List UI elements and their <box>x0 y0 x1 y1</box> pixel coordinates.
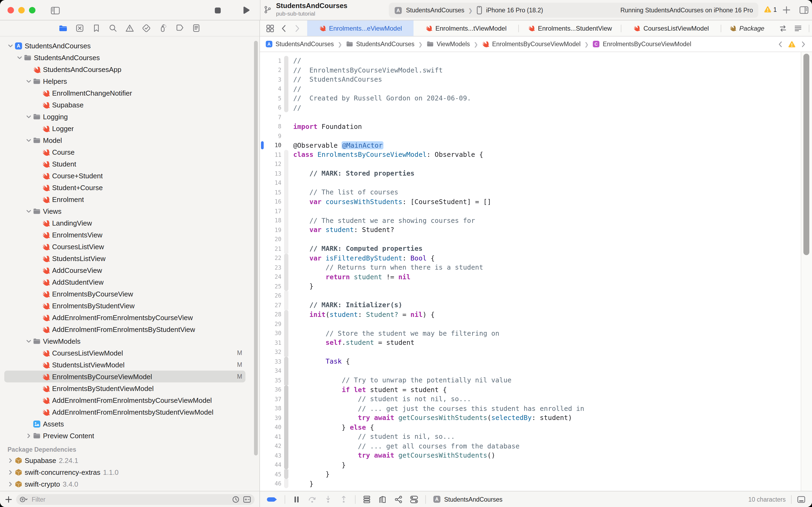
line-number[interactable]: 32 <box>260 349 281 355</box>
line-number[interactable]: 39 <box>260 415 281 421</box>
environment-overrides-button[interactable] <box>410 495 418 504</box>
code-line[interactable]: 13 // MARK: Stored properties <box>260 169 812 178</box>
line-number[interactable]: 11 <box>260 152 281 158</box>
package-row[interactable]: Supabase2.24.1 <box>4 454 245 466</box>
code-line[interactable]: 9 <box>260 131 812 140</box>
code-line[interactable]: 6// <box>260 103 812 112</box>
tree-row[interactable]: Course <box>4 146 245 158</box>
disclosure-right-icon[interactable] <box>6 469 14 475</box>
editor-options-icon[interactable] <box>794 24 802 33</box>
code-line[interactable]: 10@Observable @MainActor <box>260 140 812 150</box>
filter-input[interactable] <box>31 496 229 503</box>
tree-row[interactable]: Enrolment <box>4 193 245 205</box>
disclosure-down-icon[interactable] <box>25 338 33 344</box>
line-number[interactable]: 23 <box>260 264 281 271</box>
disclosure-down-icon[interactable] <box>25 137 33 143</box>
code-line[interactable]: 40 } else { <box>260 422 812 432</box>
tree-row[interactable]: CoursesListViewModelM <box>4 347 245 359</box>
code-line[interactable]: 31 self.student = student <box>260 338 812 347</box>
line-number[interactable]: 18 <box>260 217 281 224</box>
code-line[interactable]: 8import Foundation <box>260 122 812 131</box>
navigator-tab-debug-icon[interactable] <box>159 23 168 33</box>
line-number[interactable]: 15 <box>260 189 281 195</box>
tree-row[interactable]: StudentsAndCoursesApp <box>4 63 245 75</box>
code-line[interactable]: 28 init(student: Student? = nil) { <box>260 309 812 319</box>
line-number[interactable]: 1 <box>260 57 281 64</box>
minimize-window-button[interactable] <box>18 7 25 13</box>
step-into-button[interactable] <box>324 495 333 504</box>
pause-button[interactable] <box>292 495 301 504</box>
tree-row[interactable]: Course+Student <box>4 170 245 181</box>
disclosure-down-icon[interactable] <box>25 114 33 119</box>
code-line[interactable]: 46 } <box>260 479 812 488</box>
add-button[interactable] <box>782 5 791 14</box>
line-number[interactable]: 24 <box>260 274 281 280</box>
line-number[interactable]: 41 <box>260 434 281 440</box>
tree-row[interactable]: Student <box>4 158 245 170</box>
disclosure-down-icon[interactable] <box>25 78 33 84</box>
navigator-tab-folder-icon[interactable] <box>59 23 68 33</box>
step-out-button[interactable] <box>339 495 348 504</box>
code-line[interactable]: 36 if let student = student { <box>260 385 812 394</box>
run-button[interactable] <box>242 6 250 14</box>
code-line[interactable]: 44 } <box>260 460 812 469</box>
line-number[interactable]: 37 <box>260 396 281 402</box>
tree-row[interactable]: EnrolmentsByStudentViewModel <box>4 382 245 394</box>
code-line[interactable]: 3// StudentsAndCourses <box>260 75 812 84</box>
next-issue-icon[interactable] <box>800 41 807 48</box>
disclosure-right-icon[interactable] <box>25 433 33 439</box>
navigator-tab-issues-icon[interactable] <box>125 23 134 33</box>
line-number[interactable]: 44 <box>260 462 281 468</box>
line-number[interactable]: 40 <box>260 424 281 431</box>
breadcrumb-item[interactable]: StudentsAndCourses <box>346 40 414 48</box>
line-number[interactable]: 42 <box>260 443 281 449</box>
code-line[interactable]: 22 var isFilteredByStudent: Bool { <box>260 253 812 263</box>
line-number[interactable]: 9 <box>260 133 281 139</box>
code-line[interactable]: 33 Task { <box>260 357 812 366</box>
line-number[interactable]: 25 <box>260 283 281 289</box>
navigator-tab-source-control-icon[interactable] <box>75 23 84 33</box>
line-number[interactable]: 43 <box>260 452 281 459</box>
debug-view-hierarchy-button[interactable] <box>362 495 371 504</box>
line-number[interactable]: 2 <box>260 67 281 73</box>
sidebar-scrollbar-thumb[interactable] <box>254 41 258 455</box>
tree-row[interactable]: Student+Course <box>4 181 245 193</box>
toggle-debug-area-icon[interactable] <box>797 495 806 504</box>
tree-row[interactable]: Helpers <box>4 75 245 87</box>
scheme-selector[interactable]: A StudentsAndCourses ❯ iPhone 16 Pro (18… <box>389 3 758 18</box>
breadcrumb-item[interactable]: AStudentsAndCourses <box>265 40 334 48</box>
line-number[interactable]: 46 <box>260 481 281 487</box>
code-line[interactable]: 15 // The list of courses <box>260 187 812 197</box>
tree-row[interactable]: EnrollmentChangeNotifier <box>4 87 245 99</box>
code-line[interactable]: 1// <box>260 56 812 65</box>
code-line[interactable]: 43 try await getCoursesWithStudents() <box>260 451 812 460</box>
code-line[interactable]: 30 // Store the student we may be filter… <box>260 328 812 338</box>
line-number[interactable]: 16 <box>260 199 281 205</box>
code-line[interactable]: 34 <box>260 366 812 376</box>
code-line[interactable]: 14 <box>260 178 812 187</box>
disclosure-down-icon[interactable] <box>15 55 23 60</box>
editor-tab[interactable]: Enrolments...tViewModel <box>413 20 518 36</box>
line-number[interactable]: 33 <box>260 358 281 365</box>
editor-tab[interactable]: Enrolments...StudentView <box>519 20 621 36</box>
previous-issue-icon[interactable] <box>777 41 784 48</box>
tree-row[interactable]: Views <box>4 205 245 217</box>
disclosure-right-icon[interactable] <box>6 481 14 487</box>
tree-row[interactable]: CoursesListView <box>4 241 245 252</box>
code-line[interactable]: 11class EnrolmentsByCourseViewModel: Obs… <box>260 150 812 159</box>
line-number[interactable]: 31 <box>260 339 281 346</box>
tree-row[interactable]: StudentsAndCourses <box>4 52 245 63</box>
line-number[interactable]: 34 <box>260 368 281 374</box>
code-line[interactable]: 41 // student is nil, so... <box>260 432 812 441</box>
editor-tab[interactable]: Package <box>721 20 772 36</box>
tree-row[interactable]: AddEnrolmentFromEnrolmentsbyCourseViewMo… <box>4 394 245 406</box>
code-line[interactable]: 35 // Try to unwrap the potentially nil … <box>260 376 812 385</box>
tree-row[interactable]: AddEnrolmentFromEnrolmentsByStudentView <box>4 323 245 335</box>
line-number[interactable]: 45 <box>260 471 281 477</box>
navigator-tab-reports-icon[interactable] <box>192 23 201 33</box>
code-line[interactable]: 27 // MARK: Initializer(s) <box>260 300 812 309</box>
stop-button[interactable] <box>214 6 222 14</box>
editor-tab[interactable]: Enrolments...eViewModel <box>307 20 413 36</box>
code-line[interactable]: 29 <box>260 319 812 328</box>
tree-row[interactable]: Preview Content <box>4 430 245 442</box>
